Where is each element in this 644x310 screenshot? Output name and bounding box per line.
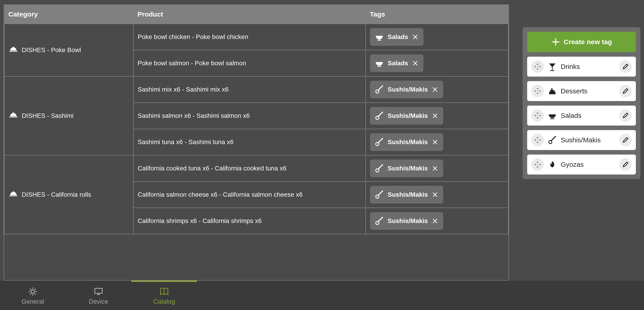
pencil-icon: [622, 88, 629, 95]
dish-icon: [8, 45, 18, 55]
nav-tab-general[interactable]: General: [0, 280, 66, 310]
move-icon: [534, 88, 541, 95]
product-cell: Poke bowl chicken - Poke bowl chicken: [133, 24, 366, 50]
tag-card: Drinks: [527, 57, 636, 77]
monitor-icon: [94, 287, 104, 297]
sushi-icon: [374, 190, 384, 199]
remove-tag-button[interactable]: [412, 33, 419, 41]
dish-icon: [8, 111, 18, 121]
tag-chip[interactable]: Salads: [370, 54, 424, 72]
book-icon: [159, 287, 169, 297]
edit-tag-button[interactable]: [619, 158, 632, 171]
remove-tag-button[interactable]: [431, 138, 438, 146]
table-row: DISHES - Sashimi Sashimi mix x6 - Sashim…: [4, 76, 508, 103]
close-icon: [432, 113, 438, 119]
tag-chip[interactable]: Salads: [370, 28, 424, 46]
close-icon: [432, 139, 438, 145]
edit-tag-button[interactable]: [619, 85, 632, 97]
drag-handle[interactable]: [531, 158, 544, 171]
tag-chip-label: Sushis/Makis: [388, 217, 428, 225]
drag-handle[interactable]: [531, 134, 544, 146]
col-header-category: Category: [4, 5, 133, 24]
drink-icon: [548, 62, 557, 71]
fire-icon: [548, 160, 557, 169]
nav-tab-catalog[interactable]: Catalog: [131, 280, 197, 310]
plus-icon: [551, 37, 560, 47]
close-icon: [432, 165, 438, 172]
tag-chip-label: Sushis/Makis: [388, 165, 428, 172]
remove-tag-button[interactable]: [431, 165, 438, 172]
catalog-table-scroll[interactable]: Category Product Tags DISHES - Poke Bowl…: [4, 5, 509, 280]
product-cell: Poke bowl salmon - Poke bowl salmon: [133, 50, 366, 76]
remove-tag-button[interactable]: [431, 112, 438, 119]
sushi-icon: [374, 164, 384, 173]
edit-tag-button[interactable]: [619, 109, 632, 122]
drag-handle[interactable]: [531, 60, 544, 73]
move-icon: [534, 63, 541, 70]
product-cell: California salmon cheese x6 - California…: [133, 181, 366, 208]
sushi-icon: [374, 216, 384, 226]
drag-handle[interactable]: [531, 109, 544, 122]
tag-chip[interactable]: Sushis/Makis: [370, 186, 443, 203]
move-icon: [534, 112, 541, 119]
move-icon: [534, 136, 541, 144]
tags-cell: Sushis/Makis: [366, 129, 508, 155]
tag-chip[interactable]: Sushis/Makis: [370, 107, 443, 125]
tags-cell: Salads: [366, 50, 508, 76]
tag-card: Gyozas: [527, 155, 636, 174]
pencil-icon: [622, 63, 629, 70]
dish-icon: [8, 190, 18, 199]
product-cell: California shrimps x6 - California shrim…: [133, 208, 366, 234]
tag-card-label: Drinks: [561, 63, 616, 71]
create-new-tag-label: Create new tag: [564, 38, 612, 46]
pencil-icon: [622, 112, 629, 119]
table-row: DISHES - California rolls California coo…: [4, 155, 508, 181]
sushi-icon: [374, 111, 384, 121]
category-cell: DISHES - Sashimi: [4, 76, 133, 155]
remove-tag-button[interactable]: [431, 217, 438, 225]
tag-chip-label: Salads: [388, 60, 408, 67]
cake-icon: [548, 86, 557, 96]
tag-chip[interactable]: Sushis/Makis: [370, 81, 443, 98]
close-icon: [432, 191, 438, 198]
tags-cell: Sushis/Makis: [366, 181, 508, 208]
table-row: DISHES - Poke Bowl Poke bowl chicken - P…: [4, 24, 508, 50]
product-cell: California cooked tuna x6 - California c…: [133, 155, 366, 181]
tags-cell: Sushis/Makis: [366, 155, 508, 181]
tag-card-label: Desserts: [561, 87, 616, 95]
tag-card-label: Salads: [561, 112, 616, 119]
edit-tag-button[interactable]: [619, 60, 632, 73]
tag-chip[interactable]: Sushis/Makis: [370, 160, 443, 177]
tag-card: Sushis/Makis: [527, 130, 636, 150]
tag-card-label: Sushis/Makis: [561, 136, 616, 144]
tag-chip[interactable]: Sushis/Makis: [370, 133, 443, 151]
tags-cell: Salads: [366, 24, 508, 50]
col-header-product: Product: [133, 5, 366, 24]
category-cell: DISHES - California rolls: [4, 155, 133, 234]
close-icon: [432, 218, 438, 224]
tag-chip[interactable]: Sushis/Makis: [370, 212, 443, 230]
nav-tab-catalog-label: Catalog: [153, 298, 175, 305]
drag-handle[interactable]: [531, 85, 544, 97]
bowl-icon: [374, 32, 384, 42]
col-header-tags: Tags: [366, 5, 508, 24]
remove-tag-button[interactable]: [431, 86, 438, 93]
bottom-nav: General Device Catalog: [0, 280, 644, 310]
create-new-tag-button[interactable]: Create new tag: [527, 32, 636, 52]
tag-chip-label: Sushis/Makis: [388, 86, 428, 93]
tags-cell: Sushis/Makis: [366, 103, 508, 129]
close-icon: [412, 34, 418, 40]
nav-tab-device[interactable]: Device: [66, 280, 131, 310]
pencil-icon: [622, 161, 629, 168]
remove-tag-button[interactable]: [431, 191, 438, 198]
tag-chip-label: Salads: [388, 33, 408, 41]
edit-tag-button[interactable]: [619, 134, 632, 146]
tag-card: Salads: [527, 106, 636, 126]
tag-chip-label: Sushis/Makis: [388, 112, 428, 119]
tag-card-label: Gyozas: [561, 161, 616, 168]
bowl-icon: [374, 59, 384, 68]
close-icon: [412, 60, 418, 66]
product-cell: Sashimi tuna x6 - Sashimi tuna x6: [133, 129, 366, 155]
catalog-table: Category Product Tags DISHES - Poke Bowl…: [4, 5, 508, 234]
remove-tag-button[interactable]: [412, 60, 419, 67]
